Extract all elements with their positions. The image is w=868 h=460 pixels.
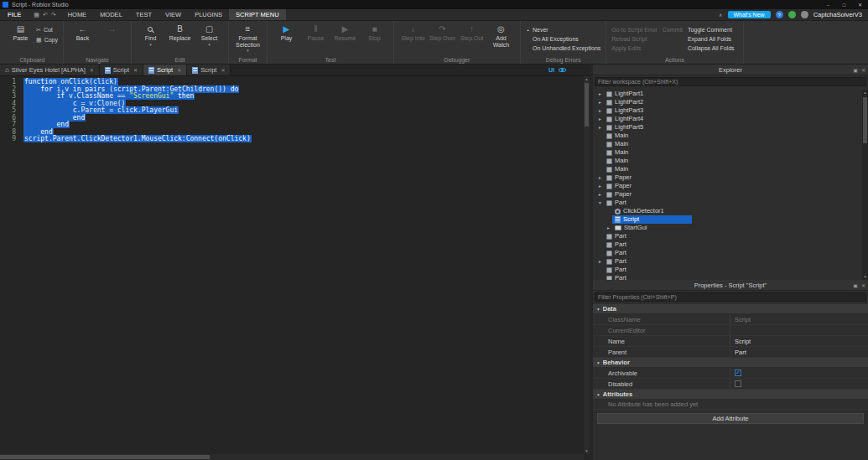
add-watch-button[interactable]: ◎Add Watch <box>487 23 515 48</box>
whats-new-button[interactable]: What's New <box>728 11 771 18</box>
tab-close-icon[interactable]: ✕ <box>177 67 181 73</box>
redo-icon[interactable]: ↷ <box>51 12 56 18</box>
globe-icon[interactable] <box>788 11 796 18</box>
explorer-header[interactable]: Explorer ▣ ✕ <box>593 65 868 75</box>
scroll-up-icon[interactable]: ▴ <box>584 76 590 82</box>
undo-icon[interactable]: ↶ <box>43 12 48 18</box>
property-value[interactable]: ✓ <box>730 368 868 378</box>
scroll-down-icon[interactable]: ▾ <box>862 274 868 280</box>
explorer-scrollbar[interactable]: ▴ ▾ <box>862 90 868 280</box>
panel-float-icon[interactable]: ▣ <box>853 67 858 73</box>
chevron-right-icon[interactable]: ▸ <box>596 192 604 197</box>
panel-close-icon[interactable]: ✕ <box>861 67 865 73</box>
debug-errors-option-on-unhandled-exceptions[interactable]: On Unhandled Exceptions <box>526 44 600 53</box>
play-button[interactable]: ▶Play <box>273 23 300 42</box>
code-editor[interactable]: 123456789 function onClick(click) for i,… <box>0 76 584 454</box>
ui-editor-icon[interactable]: UI <box>548 67 554 73</box>
editor-vertical-scrollbar[interactable]: ▴ ▾ <box>584 76 590 454</box>
tree-item-part[interactable]: ▾Part <box>593 199 862 207</box>
property-value[interactable] <box>730 379 868 389</box>
chevron-right-icon[interactable]: ▸ <box>596 100 604 105</box>
tree-item-main[interactable]: Main <box>593 132 862 140</box>
tree-item-part[interactable]: Part <box>593 249 862 257</box>
tree-item-main[interactable]: Main <box>593 165 862 173</box>
chevron-right-icon[interactable]: ▸ <box>596 183 604 189</box>
file-menu[interactable]: FILE <box>0 9 29 20</box>
minimize-icon[interactable]: – <box>820 0 836 9</box>
tree-item-main[interactable]: Main <box>593 140 862 148</box>
format-selection-button[interactable]: ≡Format Selection▾ <box>234 23 262 54</box>
tree-item-paper[interactable]: ▸Paper <box>593 190 862 199</box>
menu-tab-plugins[interactable]: PLUGINS <box>188 9 229 20</box>
code-line[interactable]: c.Parent = click.PlayerGui <box>23 107 584 115</box>
editor-horizontal-scrollbar[interactable] <box>0 454 584 460</box>
properties-header[interactable]: Properties - Script "Script" ▣ ✕ <box>593 280 868 291</box>
menu-tab-home[interactable]: HOME <box>61 9 94 20</box>
menu-tab-model[interactable]: MODEL <box>93 9 129 20</box>
section-data[interactable]: ▾Data <box>593 304 868 314</box>
visibility-icon[interactable] <box>559 68 566 72</box>
tree-item-part[interactable]: ▸Part <box>593 257 862 266</box>
chevron-right-icon[interactable]: ▸ <box>596 175 604 180</box>
tree-item-startgui[interactable]: ▸StartGui <box>593 224 862 232</box>
select-button[interactable]: ▢Select▾ <box>195 23 223 48</box>
properties-filter-input[interactable]: Filter Properties (Ctrl+Shift+P) <box>595 292 866 302</box>
property-value[interactable]: Script <box>730 336 868 346</box>
code-line[interactable]: end <box>23 121 584 129</box>
code-lines[interactable]: function onClick(click) for i,v in pairs… <box>20 76 584 454</box>
cut-button[interactable]: ✂Cut <box>36 25 58 34</box>
replace-button[interactable]: BReplace <box>166 23 194 42</box>
menu-tab-test[interactable]: TEST <box>129 9 159 20</box>
panel-close-icon[interactable]: ✕ <box>861 282 865 288</box>
avatar[interactable] <box>801 11 808 18</box>
property-value[interactable]: Part <box>730 347 868 357</box>
section-behavior[interactable]: ▾Behavior <box>593 358 868 368</box>
checkbox-archivable[interactable]: ✓ <box>735 370 741 376</box>
scroll-up-icon[interactable]: ▴ <box>862 90 868 96</box>
chevron-right-icon[interactable]: ▸ <box>605 225 612 230</box>
menu-tab-script-menu[interactable]: SCRIPT MENU <box>229 9 286 20</box>
editor-vscroll-thumb[interactable] <box>585 83 589 127</box>
paste-button[interactable]: ▤Paste <box>7 23 34 42</box>
line-number-gutter[interactable]: 123456789 <box>0 76 20 454</box>
chevron-right-icon[interactable]: ▸ <box>596 108 604 113</box>
tree-item-lightpart5[interactable]: ▸LightPart5 <box>593 123 862 132</box>
expand-all-folds-button[interactable]: Expand All Folds <box>688 34 735 44</box>
tree-item-lightpart3[interactable]: ▸LightPart3 <box>593 106 862 115</box>
tree-item-main[interactable]: Main <box>593 148 862 157</box>
panel-float-icon[interactable]: ▣ <box>853 282 858 288</box>
tree-item-part[interactable]: Part <box>593 266 862 274</box>
save-icon[interactable]: ▦ <box>34 12 39 18</box>
tree-item-clickdetector1[interactable]: ClickDetector1 <box>593 207 862 215</box>
tree-item-part[interactable]: Part <box>593 232 862 240</box>
close-icon[interactable]: ✕ <box>852 0 868 9</box>
chevron-right-icon[interactable]: ▸ <box>596 125 604 130</box>
editor-tab-script-2[interactable]: Script✕ <box>143 65 187 75</box>
help-icon[interactable]: ? <box>776 11 783 18</box>
code-line[interactable]: end <box>23 115 584 122</box>
maximize-icon[interactable]: □ <box>836 0 852 9</box>
tree-item-lightpart2[interactable]: ▸LightPart2 <box>593 98 862 106</box>
chevron-right-icon[interactable]: ▸ <box>596 259 604 264</box>
tree-item-paper[interactable]: ▸Paper <box>593 182 862 190</box>
tree-item-lightpart1[interactable]: ▸LightPart1 <box>593 90 862 98</box>
collapse-ribbon-icon[interactable]: ∧ <box>719 12 722 18</box>
tab-close-icon[interactable]: ✕ <box>90 67 94 73</box>
editor-tab-script-3[interactable]: Script✕ <box>187 65 231 75</box>
copy-button[interactable]: ▦Copy <box>36 35 58 44</box>
editor-tab-silver-eyes-hotel-alpha-0[interactable]: ⌂Silver Eyes Hotel [ALPHA]✕ <box>0 65 100 75</box>
checkbox-disabled[interactable] <box>735 380 741 387</box>
chevron-right-icon[interactable]: ▸ <box>596 91 604 96</box>
tree-item-main[interactable]: Main <box>593 157 862 165</box>
tab-close-icon[interactable]: ✕ <box>221 67 225 73</box>
chevron-right-icon[interactable]: ▸ <box>596 116 604 121</box>
explorer-filter-input[interactable]: Filter workspace (Ctrl+Shift+X) <box>595 77 866 86</box>
tab-close-icon[interactable]: ✕ <box>133 67 138 73</box>
code-line[interactable]: script.Parent.ClickDetector1.MouseClick:… <box>23 136 584 143</box>
collapse-all-folds-button[interactable]: Collapse All Folds <box>688 44 735 53</box>
tree-item-part[interactable]: Part <box>593 240 862 249</box>
find-button[interactable]: Find▾ <box>137 23 164 48</box>
editor-tab-script-1[interactable]: Script✕ <box>100 65 143 75</box>
tree-item-part[interactable]: Part <box>593 274 862 280</box>
debug-errors-option-on-all-exceptions[interactable]: On All Exceptions <box>526 34 600 44</box>
